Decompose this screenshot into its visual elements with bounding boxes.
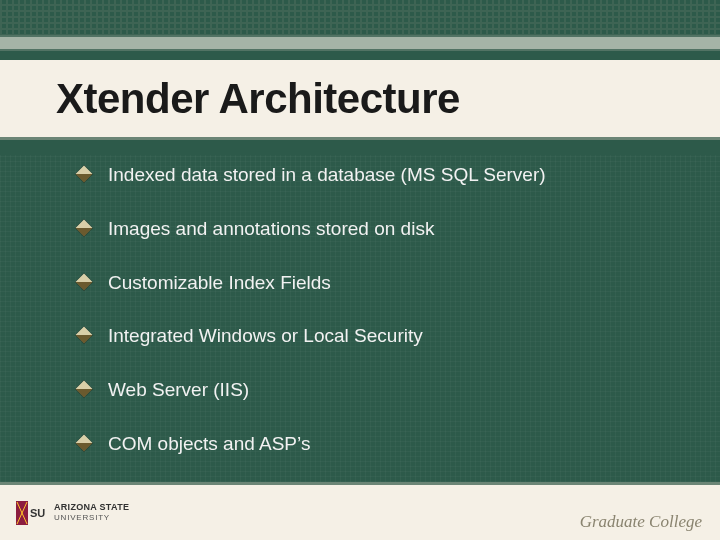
slide-title: Xtender Architecture [56, 75, 460, 123]
header-pattern [0, 0, 720, 60]
slide-body: Indexed data stored in a database (MS SQ… [0, 155, 720, 482]
list-item: COM objects and ASP’s [78, 432, 660, 456]
logo-line2: UNIVERSITY [54, 513, 110, 522]
asu-logo: SU ARIZONA STATE UNIVERSITY [14, 499, 129, 527]
svg-text:SU: SU [30, 507, 45, 519]
list-item: Integrated Windows or Local Security [78, 324, 660, 348]
diamond-bullet-icon [76, 327, 93, 344]
diamond-bullet-icon [76, 166, 93, 183]
asu-logo-icon: SU [14, 499, 46, 527]
footer-right-text: Graduate College [580, 512, 706, 532]
diamond-bullet-icon [76, 219, 93, 236]
list-item: Images and annotations stored on disk [78, 217, 660, 241]
list-item: Indexed data stored in a database (MS SQ… [78, 163, 660, 187]
diamond-bullet-icon [76, 381, 93, 398]
title-band: Xtender Architecture [0, 60, 720, 140]
bullet-text: Customizable Index Fields [108, 271, 331, 295]
bullet-text: COM objects and ASP’s [108, 432, 310, 456]
bullet-text: Web Server (IIS) [108, 378, 249, 402]
footer: SU ARIZONA STATE UNIVERSITY Graduate Col… [0, 482, 720, 540]
asu-logo-text: ARIZONA STATE UNIVERSITY [54, 503, 129, 522]
diamond-bullet-icon [76, 434, 93, 451]
bullet-text: Images and annotations stored on disk [108, 217, 434, 241]
bullet-text: Integrated Windows or Local Security [108, 324, 423, 348]
list-item: Customizable Index Fields [78, 271, 660, 295]
bullet-text: Indexed data stored in a database (MS SQ… [108, 163, 546, 187]
logo-line1: ARIZONA STATE [54, 502, 129, 512]
list-item: Web Server (IIS) [78, 378, 660, 402]
diamond-bullet-icon [76, 273, 93, 290]
